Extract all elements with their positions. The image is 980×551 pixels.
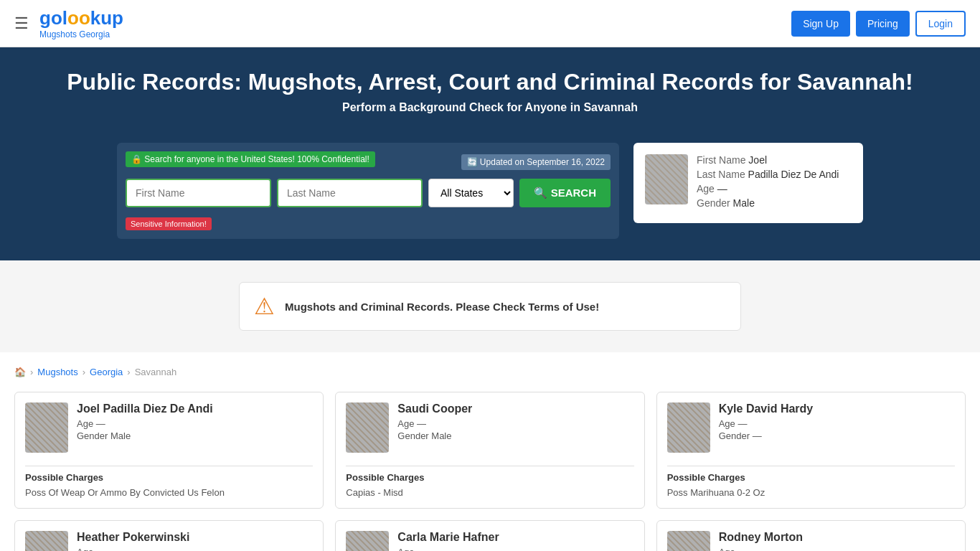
logo-subtitle: Mugshots Georgia bbox=[39, 29, 110, 39]
card-charge: Poss Of Weap Or Ammo By Convicted Us Fel… bbox=[25, 487, 313, 498]
card-info: Kyle David Hardy Age — Gender — bbox=[719, 402, 814, 443]
card-item[interactable]: Heather Pokerwinski Age — bbox=[14, 520, 324, 551]
card-avatar bbox=[667, 402, 710, 453]
breadcrumb-home[interactable]: 🏠 bbox=[14, 367, 26, 377]
search-box: 🔒 Search for anyone in the United States… bbox=[117, 143, 619, 239]
search-button[interactable]: 🔍 SEARCH bbox=[519, 179, 611, 207]
card-name: Joel Padilla Diez De Andi bbox=[77, 402, 213, 415]
header: ☰ golookup Mugshots Georgia Sign Up Pric… bbox=[0, 0, 980, 47]
hero-title: Public Records: Mugshots, Arrest, Court … bbox=[14, 69, 966, 95]
cards-grid: Joel Padilla Diez De Andi Age — Gender M… bbox=[14, 392, 966, 551]
card-age: Age — bbox=[719, 547, 803, 551]
card-gender: Gender — bbox=[719, 430, 814, 441]
hero-subtitle: Perform a Background Check for Anyone in… bbox=[14, 101, 966, 114]
card-info: Carla Marie Hafner Age — bbox=[397, 531, 499, 551]
card-avatar bbox=[25, 402, 68, 453]
card-avatar bbox=[346, 402, 389, 453]
card-top: Joel Padilla Diez De Andi Age — Gender M… bbox=[25, 402, 313, 453]
profile-age: Age — bbox=[697, 183, 852, 194]
breadcrumb-savannah: Savannah bbox=[135, 367, 177, 377]
profile-card-inner: First Name Joel Last Name Padilla Diez D… bbox=[645, 154, 852, 212]
login-button[interactable]: Login bbox=[915, 11, 966, 37]
card-item[interactable]: Joel Padilla Diez De Andi Age — Gender M… bbox=[14, 392, 324, 509]
hamburger-menu[interactable]: ☰ bbox=[14, 14, 29, 33]
breadcrumb-georgia[interactable]: Georgia bbox=[90, 367, 123, 377]
card-charge: Poss Marihuana 0-2 Oz bbox=[667, 487, 955, 498]
card-name: Kyle David Hardy bbox=[719, 402, 814, 415]
card-charges-label: Possible Charges bbox=[346, 472, 633, 483]
card-top: Kyle David Hardy Age — Gender — bbox=[667, 402, 955, 453]
card-name: Carla Marie Hafner bbox=[397, 531, 499, 544]
card-item[interactable]: Kyle David Hardy Age — Gender — Possible… bbox=[656, 392, 966, 509]
card-divider bbox=[667, 466, 955, 466]
state-select[interactable]: All States Georgia bbox=[428, 179, 514, 207]
profile-info: First Name Joel Last Name Padilla Diez D… bbox=[697, 154, 852, 212]
header-left: ☰ golookup Mugshots Georgia bbox=[14, 7, 123, 39]
card-avatar bbox=[25, 531, 68, 551]
card-name: Saudi Cooper bbox=[397, 402, 472, 415]
card-top: Saudi Cooper Age — Gender Male bbox=[346, 402, 633, 453]
signup-button[interactable]: Sign Up bbox=[791, 11, 850, 37]
profile-avatar bbox=[645, 154, 688, 204]
logo-highlight: oo bbox=[67, 7, 90, 29]
search-row: All States Georgia 🔍 SEARCH bbox=[126, 179, 611, 207]
card-info: Joel Padilla Diez De Andi Age — Gender M… bbox=[77, 402, 213, 443]
card-avatar bbox=[346, 531, 389, 551]
warning-icon: ⚠ bbox=[254, 293, 275, 320]
profile-lastname: Last Name Padilla Diez De Andi bbox=[697, 169, 852, 180]
card-top: Heather Pokerwinski Age — bbox=[25, 531, 313, 551]
card-info: Heather Pokerwinski Age — bbox=[77, 531, 189, 551]
card-item[interactable]: Rodney Morton Age — bbox=[656, 520, 966, 551]
card-item[interactable]: Saudi Cooper Age — Gender Male Possible … bbox=[335, 392, 644, 509]
card-avatar bbox=[667, 531, 710, 551]
card-gender: Gender Male bbox=[77, 430, 213, 441]
search-section: 🔒 Search for anyone in the United States… bbox=[0, 136, 980, 260]
search-notice-updated: 🔄 Updated on September 16, 2022 bbox=[461, 154, 611, 170]
card-name: Rodney Morton bbox=[719, 531, 803, 544]
card-age: Age — bbox=[719, 418, 814, 429]
card-info: Saudi Cooper Age — Gender Male bbox=[397, 402, 472, 443]
profile-firstname: First Name Joel bbox=[697, 154, 852, 166]
card-age: Age — bbox=[397, 547, 499, 551]
card-age: Age — bbox=[77, 418, 213, 429]
card-item[interactable]: Carla Marie Hafner Age — bbox=[335, 520, 644, 551]
card-gender: Gender Male bbox=[397, 430, 472, 441]
search-notice-green: 🔒 Search for anyone in the United States… bbox=[126, 151, 375, 167]
header-right: Sign Up Pricing Login bbox=[791, 11, 966, 37]
card-age: Age — bbox=[77, 547, 189, 551]
main-content: 🏠 › Mugshots › Georgia › Savannah Joel P… bbox=[0, 352, 980, 551]
breadcrumb: 🏠 › Mugshots › Georgia › Savannah bbox=[14, 367, 966, 377]
breadcrumb-mugshots[interactable]: Mugshots bbox=[37, 367, 77, 377]
warning-bar: ⚠ Mugshots and Criminal Records. Please … bbox=[239, 282, 741, 331]
card-name: Heather Pokerwinski bbox=[77, 531, 189, 544]
sensitive-badge: Sensitive Information! bbox=[126, 217, 212, 230]
breadcrumb-sep-1: › bbox=[30, 367, 33, 377]
pricing-button[interactable]: Pricing bbox=[856, 11, 910, 37]
card-top: Rodney Morton Age — bbox=[667, 531, 955, 551]
card-top: Carla Marie Hafner Age — bbox=[346, 531, 633, 551]
card-divider bbox=[346, 466, 633, 466]
card-divider bbox=[25, 466, 313, 466]
card-charges-label: Possible Charges bbox=[25, 472, 313, 483]
hero-section: Public Records: Mugshots, Arrest, Court … bbox=[0, 47, 980, 136]
card-age: Age — bbox=[397, 418, 472, 429]
logo[interactable]: golookup Mugshots Georgia bbox=[39, 7, 123, 39]
card-info: Rodney Morton Age — bbox=[719, 531, 803, 551]
last-name-input[interactable] bbox=[277, 179, 423, 207]
card-charge: Capias - Misd bbox=[346, 487, 633, 498]
logo-text: golookup bbox=[39, 7, 123, 29]
warning-text: Mugshots and Criminal Records. Please Ch… bbox=[285, 301, 599, 313]
first-name-input[interactable] bbox=[126, 179, 271, 207]
profile-card: First Name Joel Last Name Padilla Diez D… bbox=[633, 143, 863, 223]
card-charges-label: Possible Charges bbox=[667, 472, 955, 483]
profile-gender: Gender Male bbox=[697, 197, 852, 209]
breadcrumb-sep-2: › bbox=[83, 367, 85, 377]
breadcrumb-sep-3: › bbox=[127, 367, 130, 377]
